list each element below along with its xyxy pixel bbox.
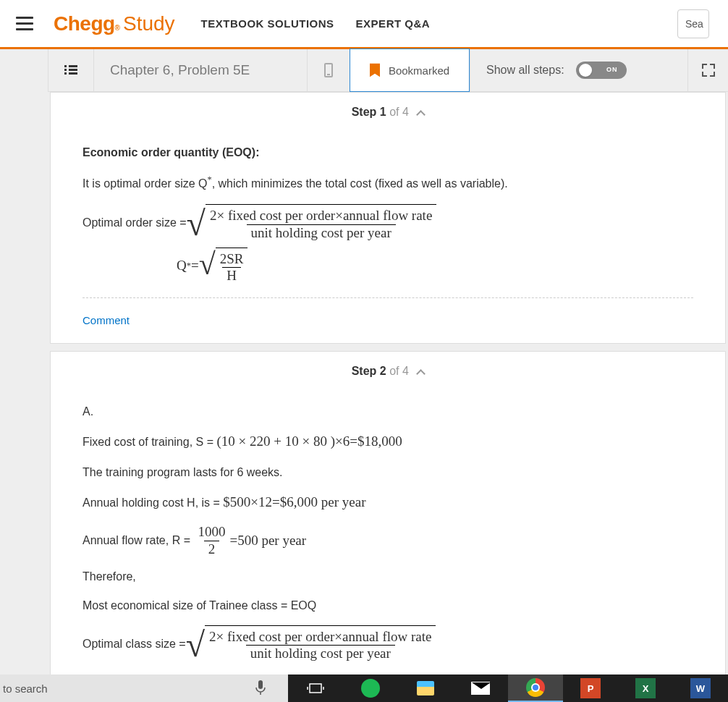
comment-link[interactable]: Comment xyxy=(82,314,130,326)
chevron-up-icon xyxy=(416,110,426,119)
step2-flow: Annual flow rate, R = 1000 2 =500 per ye… xyxy=(82,524,693,558)
phone-icon xyxy=(324,63,333,77)
windows-taskbar: to search P X W xyxy=(0,674,728,702)
mail-icon xyxy=(471,682,490,695)
taskbar-search[interactable]: to search xyxy=(0,682,246,695)
bookmark-label: Bookmarked xyxy=(389,64,449,77)
step1-body: Economic order quantity (EOQ): It is opt… xyxy=(51,123,725,343)
expand-button[interactable] xyxy=(688,49,728,91)
step-card-2: Step 2 of 4 A. Fixed cost of training, S… xyxy=(50,351,726,676)
search-box[interactable] xyxy=(677,9,709,38)
powerpoint-icon: P xyxy=(580,678,601,698)
chrome-icon xyxy=(526,678,545,697)
step1-num: Step 1 xyxy=(352,106,386,118)
step2-header[interactable]: Step 2 of 4 xyxy=(51,352,725,382)
explorer-button[interactable] xyxy=(398,674,453,702)
svg-rect-1 xyxy=(310,684,321,693)
step2-fixedcost: Fixed cost of training, S = (10 × 220 + … xyxy=(82,431,693,452)
logo-bold: Chegg xyxy=(54,12,115,35)
toc-button[interactable] xyxy=(48,49,93,91)
step1-intro: It is optimal order size Q*, which minim… xyxy=(82,172,693,194)
step2-therefore: Therefore, xyxy=(82,567,693,586)
chrome-button[interactable] xyxy=(508,674,563,702)
top-header: Chegg® Study TEXTBOOK SOLUTIONS EXPERT Q… xyxy=(0,0,728,49)
steps-label: Show all steps: xyxy=(486,64,564,77)
spotify-icon xyxy=(361,679,380,698)
mic-icon[interactable] xyxy=(253,679,268,698)
word-button[interactable]: W xyxy=(673,674,728,702)
step-card-1: Step 1 of 4 Economic order quantity (EOQ… xyxy=(50,92,726,344)
device-button[interactable] xyxy=(308,49,350,91)
step1-comment-row: Comment xyxy=(82,297,693,330)
mail-button[interactable] xyxy=(453,674,508,702)
content-area: Step 1 of 4 Economic order quantity (EOQ… xyxy=(48,92,728,702)
nav-expert-qa[interactable]: EXPERT Q&A xyxy=(356,17,431,30)
list-icon xyxy=(64,65,77,75)
step1-heading: Economic order quantity (EOQ): xyxy=(82,143,693,162)
svg-rect-0 xyxy=(258,680,263,689)
expand-icon xyxy=(702,64,715,77)
step2-body: A. Fixed cost of training, S = (10 × 220… xyxy=(51,382,725,675)
bookmark-icon xyxy=(370,63,380,77)
excel-icon: X xyxy=(635,678,656,698)
step2-of: of 4 xyxy=(386,365,409,377)
powerpoint-button[interactable]: P xyxy=(563,674,618,702)
step1-eq1: Optimal order size = √ 2× fixed cost per… xyxy=(82,204,693,242)
show-all-steps: Show all steps: ON xyxy=(470,49,687,91)
step2-num: Step 2 xyxy=(352,365,386,377)
steps-toggle[interactable]: ON xyxy=(576,62,627,79)
step2-weeks: The training program lasts for 6 weeks. xyxy=(82,463,693,482)
subheader: Chapter 6, Problem 5E Bookmarked Show al… xyxy=(48,49,728,92)
left-gutter xyxy=(0,49,48,702)
bookmark-button[interactable]: Bookmarked xyxy=(350,48,470,92)
step2-holding: Annual holding cost H, is = $500×12=$6,0… xyxy=(82,491,693,513)
logo-light: Study xyxy=(123,12,175,35)
chegg-logo[interactable]: Chegg® Study xyxy=(54,12,175,35)
step2-A: A. xyxy=(82,402,693,421)
chevron-up-icon xyxy=(416,369,426,379)
excel-button[interactable]: X xyxy=(618,674,673,702)
step1-header[interactable]: Step 1 of 4 xyxy=(51,93,725,123)
toggle-label: ON xyxy=(606,66,618,73)
nav-textbook-solutions[interactable]: TEXTBOOK SOLUTIONS xyxy=(201,17,334,30)
step1-of: of 4 xyxy=(386,106,409,118)
step1-eq2: Q*= √ 2SR H xyxy=(177,248,693,285)
logo-reg: ® xyxy=(115,24,120,32)
explorer-icon xyxy=(417,681,434,695)
taskbar-search-text: to search xyxy=(3,682,48,695)
search-input[interactable] xyxy=(685,18,706,30)
spotify-button[interactable] xyxy=(343,674,398,702)
word-icon: W xyxy=(690,678,711,698)
taskview-button[interactable] xyxy=(288,674,343,702)
chapter-label: Chapter 6, Problem 5E xyxy=(94,49,307,91)
step2-eoq-line: Most economical size of Trainee class = … xyxy=(82,596,693,615)
taskview-icon xyxy=(307,681,324,695)
step2-eq: Optimal class size = √ 2× fixed cost per… xyxy=(82,625,693,663)
menu-icon[interactable] xyxy=(16,17,33,31)
